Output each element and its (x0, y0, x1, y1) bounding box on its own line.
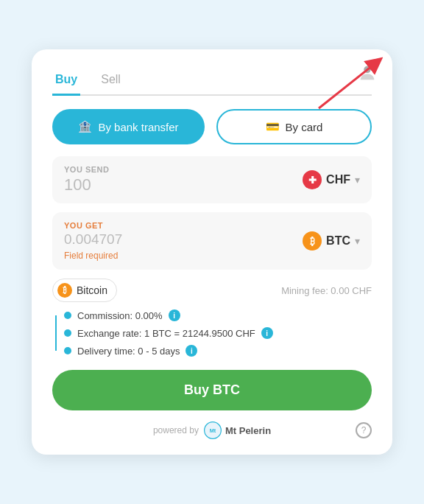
bank-icon: 🏦 (78, 120, 92, 133)
tab-sell[interactable]: Sell (98, 67, 124, 96)
payment-method-row: 🏦 By bank transfer 💳 By card (52, 109, 372, 144)
get-currency-chevron: ▾ (355, 235, 360, 247)
buy-btc-button[interactable]: Buy BTC (52, 370, 372, 410)
send-currency-code: CHF (326, 173, 350, 186)
get-currency-code: BTC (326, 234, 350, 248)
footer: powered by Mt Mt Pelerin ? (52, 421, 372, 440)
send-currency-badge: ✚ CHF (303, 170, 350, 189)
bitcoin-chip-icon: ₿ (57, 283, 72, 298)
card-button[interactable]: 💳 By card (216, 109, 372, 144)
mt-pelerin-logo: Mt Mt Pelerin (203, 421, 271, 440)
profile-button[interactable] (357, 63, 378, 86)
commission-dot (64, 312, 71, 319)
get-currency-selector[interactable]: ₿ BTC ▾ (303, 221, 360, 261)
commission-row: Commission: 0.00% i (64, 309, 372, 321)
send-currency-selector[interactable]: ✚ CHF ▾ (303, 165, 360, 195)
info-section: Commission: 0.00% i Exchange rate: 1 BTC… (52, 309, 372, 357)
tab-bar: Buy Sell (52, 67, 372, 96)
delivery-info-icon[interactable]: i (186, 345, 197, 357)
exchange-info-icon[interactable]: i (261, 327, 273, 339)
svg-point-0 (364, 66, 370, 73)
get-value: 0.004707 (64, 231, 122, 248)
main-card: Buy Sell 🏦 By bank transfer 💳 By card YO… (32, 49, 392, 455)
bitcoin-chip-label: Bitcoin (77, 284, 107, 296)
send-currency-chevron: ▾ (355, 174, 360, 186)
card-label: By card (286, 121, 323, 133)
commission-text: Commission: 0.00% (77, 310, 163, 321)
get-left: YOU GET 0.004707 Field required (64, 221, 122, 261)
bank-transfer-label: By bank transfer (98, 121, 178, 133)
commission-info-icon[interactable]: i (169, 309, 180, 321)
send-value: 100 (64, 175, 109, 195)
send-label: YOU SEND (64, 165, 109, 174)
delivery-row: Delivery time: 0 - 5 days i (64, 345, 372, 357)
get-field: YOU GET 0.004707 Field required ₿ BTC ▾ (52, 212, 372, 270)
help-button[interactable]: ? (356, 422, 372, 438)
svg-text:Mt: Mt (210, 427, 216, 434)
delivery-text: Delivery time: 0 - 5 days (77, 346, 180, 357)
bitcoin-chip[interactable]: ₿ Bitcoin (52, 279, 117, 302)
exchange-dot (64, 329, 71, 337)
send-left: YOU SEND 100 (64, 165, 109, 195)
chf-icon: ✚ (303, 170, 322, 189)
bitcoin-row: ₿ Bitcoin Mining fee: 0.00 CHF (52, 279, 372, 302)
get-currency-badge: ₿ BTC (303, 231, 350, 251)
mining-fee-label: Mining fee: 0.00 CHF (281, 285, 372, 296)
card-icon: 💳 (266, 120, 280, 133)
delivery-dot (64, 347, 71, 354)
exchange-rate-row: Exchange rate: 1 BTC = 21244.9500 CHF i (64, 327, 372, 339)
brand-name: Mt Pelerin (225, 425, 271, 436)
send-field: YOU SEND 100 ✚ CHF ▾ (52, 156, 372, 203)
get-label: YOU GET (64, 221, 122, 230)
exchange-rate-text: Exchange rate: 1 BTC = 21244.9500 CHF (77, 328, 255, 339)
tab-buy[interactable]: Buy (52, 67, 80, 96)
timeline-line (55, 315, 57, 351)
btc-icon: ₿ (303, 231, 322, 251)
get-error: Field required (64, 251, 122, 261)
mt-pelerin-logo-icon: Mt (203, 421, 222, 440)
powered-by-text: powered by (153, 425, 199, 435)
bank-transfer-button[interactable]: 🏦 By bank transfer (52, 109, 205, 144)
